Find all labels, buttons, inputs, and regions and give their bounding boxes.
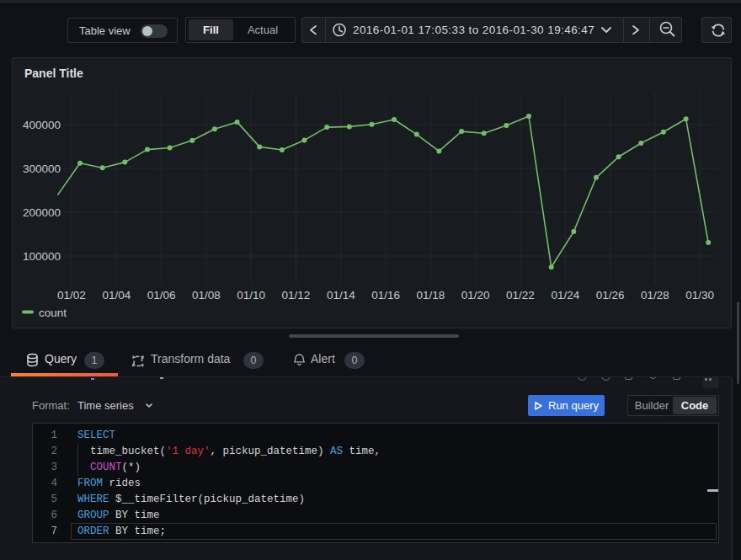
svg-text:01/20: 01/20 xyxy=(461,289,490,301)
svg-text:01/10: 01/10 xyxy=(237,289,265,301)
svg-text:01/08: 01/08 xyxy=(192,289,221,301)
svg-text:300000: 300000 xyxy=(23,163,61,175)
svg-text:01/26: 01/26 xyxy=(596,289,625,301)
svg-text:01/30: 01/30 xyxy=(685,289,714,301)
svg-text:01/28: 01/28 xyxy=(641,289,669,301)
svg-text:01/16: 01/16 xyxy=(371,289,400,301)
svg-text:01/12: 01/12 xyxy=(282,289,311,301)
svg-text:count: count xyxy=(39,307,67,319)
svg-text:01/22: 01/22 xyxy=(506,289,535,301)
svg-text:400000: 400000 xyxy=(23,119,61,131)
svg-text:200000: 200000 xyxy=(23,206,61,219)
svg-text:01/06: 01/06 xyxy=(147,289,176,301)
svg-text:01/18: 01/18 xyxy=(417,289,445,301)
svg-text:01/02: 01/02 xyxy=(57,289,86,301)
svg-text:01/14: 01/14 xyxy=(327,289,355,301)
svg-text:01/24: 01/24 xyxy=(551,289,579,301)
svg-text:01/04: 01/04 xyxy=(102,289,131,301)
svg-text:100000: 100000 xyxy=(23,250,61,263)
